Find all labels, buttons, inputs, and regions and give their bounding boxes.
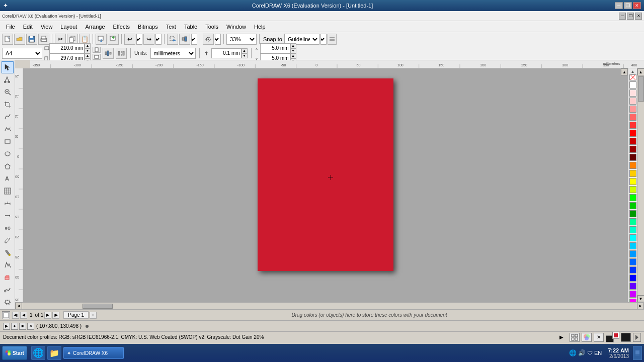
color-swatch-12[interactable] xyxy=(629,186,636,193)
color-swatch-13[interactable] xyxy=(629,194,636,201)
color-swatch-19[interactable] xyxy=(629,242,636,249)
nudge-up[interactable]: ▲ xyxy=(242,48,248,53)
color-swatch-1[interactable] xyxy=(629,98,636,105)
inner-close[interactable]: ✕ xyxy=(635,13,642,20)
width-down[interactable]: ▼ xyxy=(85,48,91,53)
menu-tools[interactable]: Tools xyxy=(201,23,222,31)
color-swatch-2[interactable] xyxy=(629,106,636,113)
color-swatch-16[interactable] xyxy=(629,218,636,225)
align-button[interactable] xyxy=(179,34,190,45)
nudge-input[interactable] xyxy=(211,48,242,58)
distribute-button[interactable] xyxy=(103,48,114,59)
new-button[interactable] xyxy=(2,34,13,45)
stop-btn[interactable]: ■ xyxy=(19,323,26,330)
grid-btn[interactable] xyxy=(570,333,580,342)
expand-panel-btn[interactable] xyxy=(633,333,641,342)
color-swatch-23[interactable] xyxy=(629,275,636,282)
y-up[interactable]: ▲ xyxy=(290,53,296,58)
first-page-btn[interactable]: ◀| xyxy=(12,312,19,319)
record-btn[interactable]: ● xyxy=(11,323,18,330)
snap-button[interactable] xyxy=(203,34,214,45)
show-desktop-btn[interactable] xyxy=(633,346,642,360)
color-swatch-10[interactable] xyxy=(629,170,636,177)
menu-table[interactable]: Table xyxy=(180,23,201,31)
color-swatch-white[interactable] xyxy=(629,81,636,88)
paper-size-select[interactable]: A4 xyxy=(2,48,42,59)
menu-help[interactable]: Help xyxy=(250,23,270,31)
snap-options[interactable] xyxy=(320,34,327,45)
color-swatch-8[interactable] xyxy=(629,154,636,161)
width-up[interactable]: ▲ xyxy=(85,43,91,48)
zoom-level[interactable]: 33% xyxy=(226,34,257,45)
current-outline-swatch[interactable] xyxy=(613,332,619,338)
color-swatch-15[interactable] xyxy=(629,210,636,217)
palette-scroll-up[interactable]: ▲ xyxy=(628,69,637,74)
close-macro-btn[interactable]: ✕ xyxy=(27,323,34,330)
redo-button[interactable]: ↪ xyxy=(143,34,154,45)
table-tool-btn[interactable] xyxy=(2,185,14,197)
h-scroll-thumb[interactable] xyxy=(83,304,113,309)
portrait-button[interactable] xyxy=(93,47,101,53)
scroll-down-button[interactable]: ▼ xyxy=(637,295,645,302)
smart-tool-btn[interactable] xyxy=(2,123,14,135)
free-transform-btn[interactable] xyxy=(2,296,14,308)
color-swatch-11[interactable] xyxy=(629,178,636,185)
color-swatch-20[interactable] xyxy=(629,250,636,257)
open-button[interactable] xyxy=(14,34,25,45)
eraser-tool-btn[interactable] xyxy=(2,272,14,284)
next-page-btn[interactable]: ▶ xyxy=(44,312,51,319)
page-settings-btn[interactable] xyxy=(2,311,10,319)
menu-file[interactable]: File xyxy=(2,23,19,31)
color-swatch-3[interactable] xyxy=(629,114,636,121)
snap-dropdown[interactable] xyxy=(215,34,221,45)
menu-window[interactable]: Window xyxy=(222,23,250,31)
black-swatch[interactable] xyxy=(621,333,631,342)
smear-tool-btn[interactable] xyxy=(2,284,14,296)
h-scroll-right[interactable]: ► xyxy=(637,303,644,310)
menu-layout[interactable]: Layout xyxy=(56,23,81,31)
color-swatch-7[interactable] xyxy=(629,146,636,153)
x-coord-input[interactable] xyxy=(260,43,290,53)
tray-icon-3[interactable]: 🛡 xyxy=(587,350,593,356)
scroll-thumb-v[interactable] xyxy=(638,76,644,102)
transform-button[interactable] xyxy=(167,34,178,45)
redo-dropdown[interactable] xyxy=(155,34,162,45)
landscape-button[interactable] xyxy=(93,54,101,60)
tray-icon-1[interactable]: 🌐 xyxy=(569,349,577,356)
color-swatch-25[interactable] xyxy=(629,291,636,298)
color-swatch-21[interactable] xyxy=(629,258,636,265)
scroll-track-v[interactable] xyxy=(637,75,644,295)
ie-taskbar-btn[interactable]: 🌐 xyxy=(31,346,45,360)
zoom-tool-btn[interactable] xyxy=(2,86,14,98)
scroll-up-btn[interactable]: ▲ xyxy=(621,68,628,75)
connector-tool-btn[interactable] xyxy=(2,210,14,222)
last-page-btn[interactable]: |▶ xyxy=(52,312,59,319)
menu-edit[interactable]: Edit xyxy=(19,23,37,31)
align-dropdown[interactable] xyxy=(191,34,197,45)
expand-icon[interactable]: ▶ xyxy=(559,334,564,340)
color-swatch-5[interactable] xyxy=(629,130,636,137)
shape-tool-btn[interactable] xyxy=(2,74,14,86)
no-fill-swatch[interactable] xyxy=(629,74,636,80)
freehand-tool-btn[interactable] xyxy=(2,111,14,123)
menu-view[interactable]: View xyxy=(37,23,57,31)
prev-page-btn[interactable]: ◀ xyxy=(20,312,27,319)
view-options[interactable] xyxy=(328,34,337,45)
tray-icon-2[interactable]: 🔊 xyxy=(578,349,586,356)
add-page-btn[interactable]: + xyxy=(90,312,97,319)
start-button[interactable]: Start xyxy=(2,346,27,360)
dimension-tool-btn[interactable] xyxy=(2,198,14,210)
menu-arrange[interactable]: Arrange xyxy=(81,23,109,31)
menu-bitmaps[interactable]: Bitmaps xyxy=(134,23,162,31)
inner-restore[interactable]: ❐ xyxy=(627,13,634,20)
pick-tool-btn[interactable] xyxy=(2,61,14,73)
color-swatch-6[interactable] xyxy=(629,138,636,145)
x-up[interactable]: ▲ xyxy=(290,43,296,48)
x-close-proof[interactable]: ✕ xyxy=(594,333,604,342)
width-input[interactable] xyxy=(49,43,85,53)
minimize-button[interactable]: ─ xyxy=(615,2,623,9)
color-swatch-17[interactable] xyxy=(629,226,636,233)
color-swatch-26[interactable] xyxy=(629,299,636,302)
canvas[interactable]: ▲ xyxy=(23,68,628,302)
ellipse-tool-btn[interactable] xyxy=(2,148,14,160)
